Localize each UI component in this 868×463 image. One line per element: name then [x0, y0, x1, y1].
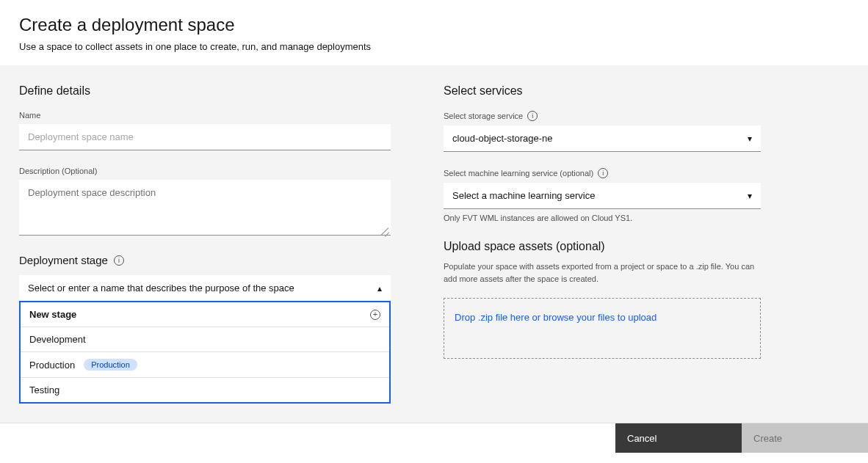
cancel-button[interactable]: Cancel [615, 423, 742, 453]
name-label: Name [19, 111, 391, 120]
dropdown-item-label: Production [29, 360, 75, 371]
footer-bar: Cancel Create [0, 423, 868, 453]
deployment-stage-select[interactable]: Select or enter a name that describes th… [19, 275, 391, 302]
page-title: Create a deployment space [19, 15, 849, 35]
ml-service-label: Select machine learning service (optiona… [444, 168, 761, 178]
page-subtitle: Use a space to collect assets in one pla… [19, 41, 849, 52]
upload-dropzone-link[interactable]: Drop .zip file here or browse your files… [455, 312, 657, 323]
name-field-group: Name [19, 111, 391, 150]
select-services-heading: Select services [444, 84, 761, 98]
description-field-group: Description (Optional) [19, 167, 391, 238]
upload-assets-heading: Upload space assets (optional) [444, 240, 761, 253]
deployment-stage-dropdown: New stage + Development Production Produ… [19, 301, 391, 404]
storage-service-label: Select storage service i [444, 111, 761, 121]
info-icon[interactable]: i [598, 168, 608, 178]
dropdown-item-testing[interactable]: Testing [21, 378, 389, 402]
page-header: Create a deployment space Use a space to… [0, 0, 868, 65]
production-badge: Production [84, 359, 137, 371]
dropdown-item-label: Testing [29, 384, 59, 395]
info-icon[interactable]: i [114, 255, 124, 266]
chevron-down-icon: ▾ [748, 134, 752, 144]
plus-circle-icon: + [370, 310, 380, 320]
chevron-down-icon: ▾ [748, 191, 752, 201]
deployment-stage-select-value: Select or enter a name that describes th… [28, 282, 294, 294]
dropdown-item-label: New stage [29, 309, 76, 320]
storage-service-select[interactable]: cloud-object-storage-ne ▾ [444, 125, 761, 152]
deployment-stage-heading: Deployment stage i [19, 254, 391, 266]
dropdown-item-production[interactable]: Production Production [21, 352, 389, 378]
create-button[interactable]: Create [742, 423, 868, 453]
upload-assets-description: Populate your space with assets exported… [444, 260, 761, 285]
chevron-up-icon: ▴ [377, 283, 382, 294]
ml-service-group: Select machine learning service (optiona… [444, 168, 761, 222]
deployment-stage-label: Deployment stage [19, 254, 108, 266]
dropdown-item-new-stage[interactable]: New stage + [21, 302, 389, 327]
info-icon[interactable]: i [527, 111, 538, 121]
define-details-column: Define details Name Description (Optiona… [19, 84, 391, 404]
name-input[interactable] [19, 124, 391, 150]
ml-service-select[interactable]: Select a machine learning service ▾ [444, 183, 761, 209]
description-label: Description (Optional) [19, 167, 391, 175]
dropdown-item-development[interactable]: Development [21, 327, 389, 352]
description-input[interactable] [19, 180, 391, 236]
ml-service-helper: Only FVT WML instances are allowed on Cl… [444, 214, 761, 222]
upload-dropzone[interactable]: Drop .zip file here or browse your files… [444, 298, 761, 359]
dropdown-item-label: Development [29, 334, 86, 345]
content-area: Define details Name Description (Optiona… [0, 65, 868, 423]
ml-service-placeholder: Select a machine learning service [452, 190, 595, 201]
storage-service-group: Select storage service i cloud-object-st… [444, 111, 761, 152]
select-services-column: Select services Select storage service i… [444, 84, 761, 404]
storage-service-value: cloud-object-storage-ne [452, 133, 553, 144]
define-details-heading: Define details [19, 84, 391, 98]
